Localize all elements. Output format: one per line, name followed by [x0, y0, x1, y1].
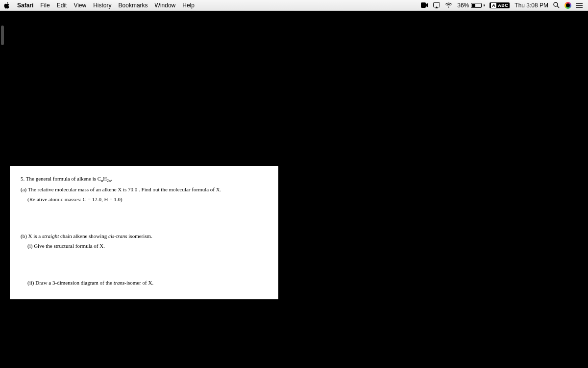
apple-logo-icon[interactable]: [4, 2, 10, 9]
airplay-icon[interactable]: [433, 2, 440, 8]
facetime-icon[interactable]: [421, 2, 428, 8]
vertical-scrollbar[interactable]: [1, 26, 4, 45]
spotlight-icon[interactable]: [553, 2, 560, 8]
datetime-label[interactable]: Thu 3:08 PM: [514, 2, 548, 9]
input-source-indicator[interactable]: AABC: [490, 2, 510, 8]
question-5b: (b) X is a straight chain alkene showing…: [21, 232, 268, 241]
svg-rect-0: [421, 2, 426, 8]
svg-point-2: [554, 2, 558, 6]
svg-point-8: [576, 5, 577, 6]
battery-nub: [484, 4, 485, 6]
question-5b-i: (i) Give the structural formula of X.: [21, 242, 268, 251]
svg-line-3: [557, 6, 559, 8]
question-5a: (a) The relative molecular mass of an al…: [21, 185, 268, 194]
svg-point-7: [576, 3, 577, 4]
content-area: 5. The general formula of alkene is CnH2…: [0, 11, 588, 368]
menu-bookmarks[interactable]: Bookmarks: [119, 2, 148, 9]
menubar-left: Safari File Edit View History Bookmarks …: [4, 2, 195, 9]
question-5a-given: (Relative atomic masses: C = 12.0, H = 1…: [21, 195, 268, 204]
menubar-right: 36% AABC Thu 3:08 PM: [421, 2, 583, 9]
menu-history[interactable]: History: [93, 2, 111, 9]
menu-edit[interactable]: Edit: [57, 2, 67, 9]
menu-file[interactable]: File: [40, 2, 49, 9]
battery-percentage: 36%: [457, 2, 469, 9]
document-page: 5. The general formula of alkene is CnH2…: [10, 166, 278, 299]
menubar-app-name[interactable]: Safari: [17, 2, 33, 9]
wifi-icon[interactable]: [445, 2, 452, 8]
notification-center-icon[interactable]: [576, 2, 583, 8]
question-5-header: 5. The general formula of alkene is CnH2…: [21, 175, 268, 184]
battery-status[interactable]: 36%: [457, 2, 485, 9]
question-5b-ii: (ii) Draw a 3-dimension diagram of the t…: [21, 279, 268, 288]
menu-view[interactable]: View: [74, 2, 86, 9]
svg-point-9: [576, 7, 577, 8]
menubar: Safari File Edit View History Bookmarks …: [0, 0, 588, 11]
siri-icon[interactable]: [564, 2, 571, 9]
menu-help[interactable]: Help: [182, 2, 195, 9]
menu-window[interactable]: Window: [155, 2, 176, 9]
battery-icon: [471, 3, 482, 8]
input-source-label: ABC: [498, 3, 508, 8]
